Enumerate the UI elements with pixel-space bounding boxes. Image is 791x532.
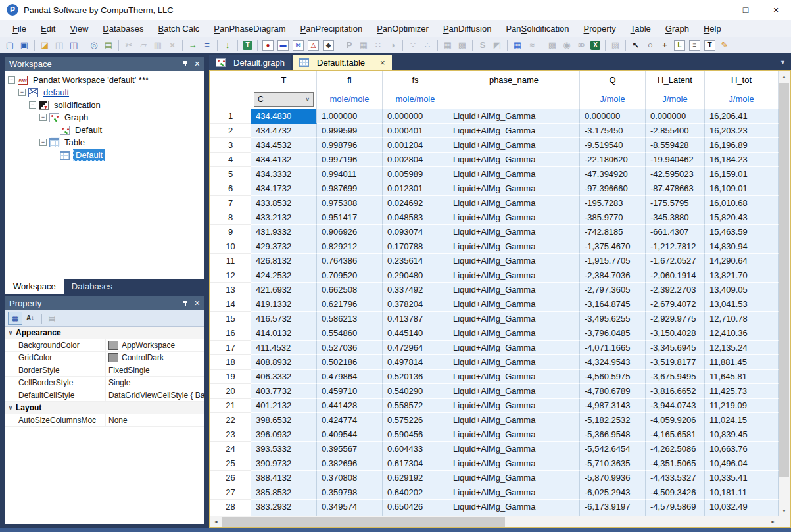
menu-item-file[interactable]: File: [5, 24, 34, 34]
cell[interactable]: Liquid+AlMg_Gamma: [448, 239, 580, 254]
cell[interactable]: 1.000000: [317, 109, 383, 124]
cell[interactable]: 0.629192: [383, 471, 448, 485]
open-file-icon[interactable]: ◪: [38, 39, 51, 51]
cell[interactable]: -5,710.3635: [580, 456, 646, 471]
cell[interactable]: 0.709520: [317, 268, 383, 283]
cell[interactable]: 0.998796: [317, 138, 383, 153]
cell[interactable]: Liquid+AlMg_Gamma: [448, 341, 580, 355]
legend-options-icon[interactable]: ≡: [689, 40, 700, 51]
cell[interactable]: Liquid+AlMg_Gamma: [448, 312, 580, 326]
cell[interactable]: 0.370808: [317, 471, 383, 485]
cell[interactable]: 0.575226: [383, 413, 448, 427]
cell[interactable]: 0.000000: [383, 109, 448, 124]
cell[interactable]: 426.8132: [251, 254, 317, 268]
tab-default-table[interactable]: Default.table×: [293, 55, 392, 70]
pan-tool-icon[interactable]: +: [658, 39, 671, 51]
cell[interactable]: -22.180620: [580, 153, 646, 167]
cell[interactable]: -3,816.6652: [646, 384, 705, 399]
cell[interactable]: Liquid+AlMg_Gamma: [448, 384, 580, 399]
cell[interactable]: -6,025.2943: [580, 485, 646, 500]
row-number-cell[interactable]: 2: [210, 124, 251, 138]
cell[interactable]: 433.8532: [251, 196, 317, 210]
cell[interactable]: 0.378204: [383, 297, 448, 312]
cell[interactable]: -345.3880: [646, 210, 705, 225]
cell[interactable]: -3,495.6255: [580, 312, 646, 326]
cell[interactable]: 0.445140: [383, 326, 448, 341]
cell[interactable]: 16,184.23: [705, 153, 779, 167]
row-number-cell[interactable]: 22: [210, 413, 251, 427]
edit-annotation-icon[interactable]: ✎: [718, 39, 731, 51]
panel-tab-workspace[interactable]: Workspace: [5, 279, 64, 294]
cell[interactable]: -5,366.9548: [580, 427, 646, 442]
cell[interactable]: 383.2932: [251, 500, 317, 514]
cell[interactable]: Liquid+AlMg_Gamma: [448, 297, 580, 312]
cell[interactable]: 424.2532: [251, 268, 317, 283]
legend-icon[interactable]: L: [674, 40, 685, 51]
property-category-appearance[interactable]: ∨Appearance: [5, 327, 204, 339]
cell[interactable]: Liquid+AlMg_Gamma: [448, 196, 580, 210]
property-value[interactable]: ControlDark: [105, 352, 204, 364]
cell[interactable]: 0.764386: [317, 254, 383, 268]
horizontal-scrollbar[interactable]: ◄ ►: [210, 516, 779, 527]
cell[interactable]: 0.170788: [383, 239, 448, 254]
menu-item-help[interactable]: Help: [696, 24, 729, 34]
row-number-cell[interactable]: 5: [210, 167, 251, 181]
cell[interactable]: 10,032.49: [705, 500, 779, 514]
cell[interactable]: -87.478663: [646, 181, 705, 196]
row-number-cell[interactable]: 27: [210, 485, 251, 500]
cell[interactable]: -4,560.5975: [580, 370, 646, 384]
cell[interactable]: Liquid+AlMg_Gamma: [448, 153, 580, 167]
cell[interactable]: 0.604433: [383, 442, 448, 456]
cell[interactable]: 0.441428: [317, 399, 383, 413]
cell[interactable]: 0.650426: [383, 500, 448, 514]
cell[interactable]: 11,024.15: [705, 413, 779, 427]
cell[interactable]: 0.479864: [317, 370, 383, 384]
cell[interactable]: 12,135.24: [705, 341, 779, 355]
cell[interactable]: -3,150.4028: [646, 326, 705, 341]
tab-default-graph[interactable]: Default.graph: [209, 55, 291, 70]
cell[interactable]: Liquid+AlMg_Gamma: [448, 138, 580, 153]
cell[interactable]: 16,109.01: [705, 181, 779, 196]
cell[interactable]: -175.5795: [646, 196, 705, 210]
cell[interactable]: -4,071.1665: [580, 341, 646, 355]
cell[interactable]: Liquid+AlMg_Gamma: [448, 254, 580, 268]
row-number-cell[interactable]: 11: [210, 254, 251, 268]
cell[interactable]: -1,212.7812: [646, 239, 705, 254]
cell[interactable]: 398.6532: [251, 413, 317, 427]
cell[interactable]: 13,821.70: [705, 268, 779, 283]
cell[interactable]: 434.1732: [251, 181, 317, 196]
cell[interactable]: 0.640202: [383, 485, 448, 500]
batch-options-icon[interactable]: ≡: [201, 39, 214, 51]
close-icon[interactable]: ×: [195, 60, 200, 68]
select-cursor-icon[interactable]: ↖: [629, 39, 642, 51]
add-text-icon[interactable]: T: [704, 40, 715, 51]
print-icon[interactable]: ▤: [102, 39, 115, 51]
tree-node-graph[interactable]: −Graph: [5, 111, 204, 124]
cell[interactable]: 0.558572: [383, 399, 448, 413]
cell[interactable]: 0.012301: [383, 181, 448, 196]
cell[interactable]: -4,059.9206: [646, 413, 705, 427]
point-calculation-icon[interactable]: ●: [262, 40, 274, 51]
cell[interactable]: 0.048583: [383, 210, 448, 225]
row-number-cell[interactable]: 8: [210, 210, 251, 225]
row-number-cell[interactable]: 16: [210, 326, 251, 341]
cell[interactable]: 15,463.59: [705, 225, 779, 239]
cell[interactable]: 0.586213: [317, 312, 383, 326]
cell[interactable]: -3,519.8177: [646, 355, 705, 370]
cell[interactable]: 13,041.53: [705, 297, 779, 312]
cell[interactable]: 0.093074: [383, 225, 448, 239]
tree-node-default[interactable]: Default: [5, 124, 204, 136]
cell[interactable]: -4,165.6581: [646, 427, 705, 442]
cell[interactable]: -3,796.0485: [580, 326, 646, 341]
cell[interactable]: 16,206.41: [705, 109, 779, 124]
row-number-cell[interactable]: 19: [210, 370, 251, 384]
collapse-icon[interactable]: ∨: [5, 404, 16, 411]
cell[interactable]: Liquid+AlMg_Gamma: [448, 399, 580, 413]
cell[interactable]: -6,173.9197: [580, 500, 646, 514]
cell[interactable]: 0.409544: [317, 427, 383, 442]
sort-alphabetical-icon[interactable]: A↓: [24, 312, 37, 324]
cell[interactable]: 0.024692: [383, 196, 448, 210]
row-number-cell[interactable]: 13: [210, 283, 251, 297]
edit-table-icon[interactable]: ▦: [511, 39, 524, 51]
cell[interactable]: 0.906926: [317, 225, 383, 239]
